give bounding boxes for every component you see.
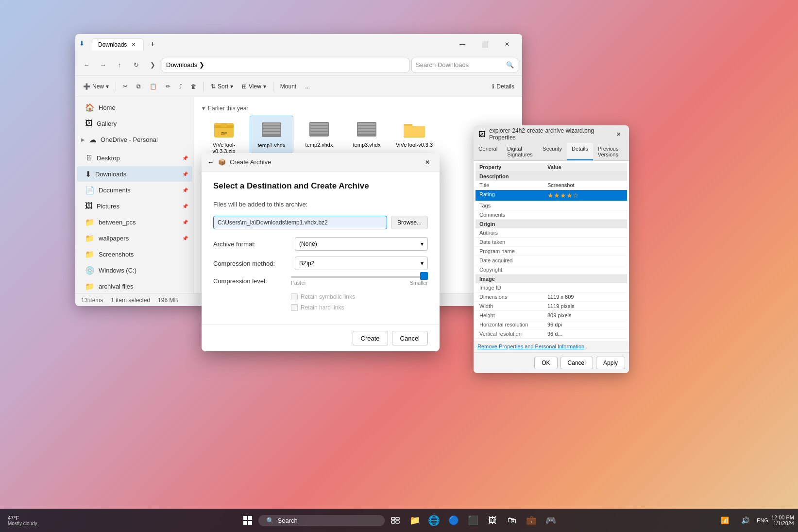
create-button[interactable]: Create — [353, 331, 388, 345]
prop-row-width[interactable]: Width 1119 pixels — [475, 302, 627, 311]
terminal-button[interactable]: ⬛ — [464, 512, 482, 529]
list-item[interactable]: temp2.vhdx — [297, 116, 341, 157]
sidebar-item-wallpapers[interactable]: 📁 wallpapers 📌 — [77, 230, 192, 246]
prop-row-copyright[interactable]: Copyright — [475, 265, 627, 275]
prop-row-program-name[interactable]: Program name — [475, 247, 627, 256]
prop-cancel-button[interactable]: Cancel — [560, 357, 593, 369]
teams-button[interactable]: 💼 — [523, 512, 540, 529]
sidebar-item-screenshots[interactable]: 📁 Screenshots — [77, 246, 192, 262]
list-item[interactable]: ZIP ViVeTool-v0.3.3.zip — [202, 116, 246, 157]
dialog-back-icon[interactable]: ← — [207, 158, 214, 166]
archive-path-input[interactable] — [213, 216, 387, 229]
archive-format-select[interactable]: (None) ▾ — [295, 237, 428, 251]
prop-row-v-res[interactable]: Vertical resolution 96 d... — [475, 329, 627, 339]
browse-button[interactable]: Browse... — [391, 216, 428, 229]
taskview-button[interactable] — [387, 512, 404, 529]
back-button[interactable]: ← — [79, 58, 94, 72]
tab-previous-versions[interactable]: Previous Versions — [593, 143, 629, 160]
prop-row-date-acquired[interactable]: Date acquired — [475, 256, 627, 265]
prop-row-rating[interactable]: Rating ★★★★☆ — [475, 190, 627, 201]
dialog-close-button[interactable]: ✕ — [421, 156, 434, 169]
prop-row-h-res[interactable]: Horizontal resolution 96 dpi — [475, 320, 627, 329]
bing-button[interactable]: 🔵 — [445, 512, 462, 529]
breadcrumb[interactable]: Downloads ❯ — [162, 58, 409, 72]
prop-apply-button[interactable]: Apply — [596, 357, 625, 369]
network-icon[interactable]: 📶 — [716, 512, 733, 529]
prop-row-height[interactable]: Height 809 pixels — [475, 311, 627, 320]
store-button[interactable]: 🛍 — [503, 512, 521, 529]
photos-button[interactable]: 🖼 — [484, 512, 501, 529]
archive-path-row: Browse... — [213, 216, 428, 229]
dialog-footer: Create Cancel — [202, 325, 440, 351]
prop-close-button[interactable]: ✕ — [612, 128, 624, 140]
more-icon: ... — [305, 83, 310, 90]
mount-button[interactable]: Mount — [276, 79, 300, 94]
retain-hard-checkbox[interactable] — [291, 304, 298, 311]
sidebar-item-pictures[interactable]: 🖼 Pictures 📌 — [77, 198, 192, 214]
cancel-button[interactable]: Cancel — [392, 331, 428, 345]
prop-row-date-taken[interactable]: Date taken — [475, 238, 627, 247]
tab-close-button[interactable]: ✕ — [130, 41, 137, 49]
prop-row-title[interactable]: Title Screenshot — [475, 181, 627, 190]
tab-general[interactable]: General — [474, 143, 502, 160]
title-tab[interactable]: Downloads ✕ — [92, 38, 144, 51]
cut-button[interactable]: ✂ — [119, 79, 132, 94]
maximize-button[interactable]: ⬜ — [474, 36, 496, 52]
sidebar-item-gallery[interactable]: 🖼 Gallery — [77, 116, 192, 131]
tab-details[interactable]: Details — [567, 143, 593, 160]
prop-ok-button[interactable]: OK — [534, 357, 557, 369]
prop-row-dimensions[interactable]: Dimensions 1119 x 809 — [475, 292, 627, 302]
new-button[interactable]: ➕ New ▾ — [79, 79, 113, 94]
sidebar-item-windows-c[interactable]: 💿 Windows (C:) — [77, 262, 192, 278]
details-button[interactable]: ℹ Details — [488, 79, 518, 94]
tab-security[interactable]: Security — [538, 143, 567, 160]
rename-button[interactable]: ✏ — [162, 79, 174, 94]
file-explorer-taskbar-button[interactable]: 📁 — [406, 512, 424, 529]
up-button[interactable]: ↑ — [112, 58, 127, 72]
refresh-button[interactable]: ↻ — [129, 58, 143, 72]
share-button[interactable]: ⤴ — [175, 79, 186, 94]
copy-button[interactable]: ⧉ — [133, 79, 145, 94]
new-tab-button[interactable]: + — [146, 37, 159, 51]
expand-button[interactable]: ❯ — [145, 58, 160, 72]
start-button[interactable] — [239, 512, 256, 529]
compression-method-select[interactable]: BZip2 ▾ — [295, 257, 428, 270]
prop-key-title: Title — [475, 181, 543, 190]
volume-icon[interactable]: 🔊 — [736, 512, 754, 529]
list-item[interactable]: ViVeTool-v0.3.3 — [392, 116, 436, 157]
section-header-earlier[interactable]: ▾ Earlier this year — [202, 105, 514, 112]
prop-row-image-id[interactable]: Image ID — [475, 283, 627, 292]
prop-row-comments[interactable]: Comments — [475, 210, 627, 220]
remove-properties-link[interactable]: Remove Properties and Personal Informati… — [474, 341, 629, 352]
list-item[interactable]: temp3.vhdx — [345, 116, 389, 157]
view-button[interactable]: ⊞ View ▾ — [238, 79, 270, 94]
list-item[interactable]: temp1.vhdx — [250, 116, 293, 157]
taskbar-search[interactable]: 🔍 Search — [258, 515, 385, 526]
prop-key-width: Width — [475, 302, 543, 311]
paste-button[interactable]: 📋 — [146, 79, 161, 94]
xbox-button[interactable]: 🎮 — [542, 512, 560, 529]
sidebar-item-home[interactable]: 🏠 Home — [77, 100, 192, 115]
sidebar-item-documents[interactable]: 📄 Documents 📌 — [77, 182, 192, 198]
sidebar-item-onedrive[interactable]: ▶ ☁ OneDrive - Personal — [77, 132, 192, 147]
close-button[interactable]: ✕ — [496, 36, 518, 52]
prop-row-tags[interactable]: Tags — [475, 201, 627, 210]
sidebar-item-archival[interactable]: 📁 archival files — [77, 278, 192, 293]
minimize-button[interactable]: — — [451, 36, 474, 52]
file-grid: ZIP ViVeTool-v0.3.3.zip — [202, 116, 514, 157]
sidebar-item-downloads[interactable]: ⬇ Downloads 📌 — [77, 166, 192, 182]
sort-button[interactable]: ⇅ Sort ▾ — [207, 79, 237, 94]
search-box[interactable]: Search Downloads 🔍 — [411, 58, 518, 72]
delete-button[interactable]: 🗑 — [187, 79, 201, 94]
forward-button[interactable]: → — [96, 58, 110, 72]
slider-thumb[interactable] — [420, 272, 428, 280]
compression-slider[interactable]: Faster Smaller — [291, 276, 428, 286]
sidebar-label-desktop: Desktop — [97, 154, 120, 162]
sidebar-item-between-pcs[interactable]: 📁 between_pcs 📌 — [77, 214, 192, 230]
edge-button[interactable]: 🌐 — [425, 512, 443, 529]
sidebar-item-desktop[interactable]: 🖥 Desktop 📌 — [77, 150, 192, 166]
tab-digital-signatures[interactable]: Digital Signatures — [502, 143, 538, 160]
retain-symbolic-checkbox[interactable] — [291, 293, 298, 300]
prop-row-authors[interactable]: Authors — [475, 228, 627, 238]
more-button[interactable]: ... — [301, 79, 314, 94]
